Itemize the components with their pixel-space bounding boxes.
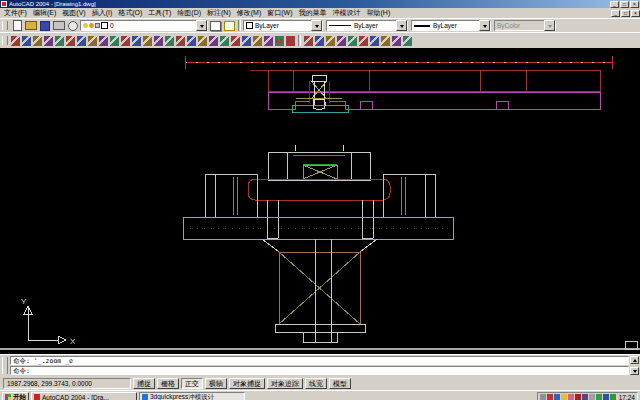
open-button[interactable] [25, 20, 38, 31]
start-button[interactable]: 开始 [2, 392, 29, 400]
minimize-icon[interactable]: _ [610, 1, 619, 8]
die-tool-icon[interactable] [348, 36, 357, 46]
menu-edit[interactable]: 编辑(E) [30, 8, 59, 18]
menu-view[interactable]: 视图(V) [59, 8, 88, 18]
die-tool-icon[interactable] [264, 36, 273, 46]
autocad-app-icon[interactable] [1, 1, 7, 7]
die-tool-icon[interactable] [55, 36, 64, 46]
die-tool-icon[interactable] [403, 36, 412, 46]
save-button[interactable] [39, 20, 52, 31]
layer-dropdown-arrow[interactable] [196, 20, 207, 31]
doc-minimize-icon[interactable]: _ [611, 10, 620, 17]
die-tool-icon[interactable] [176, 36, 185, 46]
grid-toggle[interactable]: 栅格 [157, 378, 179, 389]
paper-a4-button[interactable]: A4 [286, 36, 295, 46]
die-tool-icon[interactable] [187, 36, 196, 46]
tray-icon[interactable] [610, 394, 616, 400]
plot-button[interactable] [53, 20, 66, 31]
layer-combo[interactable]: 0 [80, 20, 208, 31]
menu-format[interactable]: 格式(O) [115, 8, 145, 18]
die-tool-icon[interactable] [88, 36, 97, 46]
tray-icon[interactable] [540, 394, 546, 400]
model-toggle[interactable]: 模型 [329, 378, 351, 389]
tray-icon[interactable] [596, 394, 602, 400]
scroll-up-icon[interactable] [630, 356, 639, 364]
paper-a3-button[interactable]: A3 [275, 36, 284, 46]
linetype-dropdown-arrow[interactable] [396, 20, 407, 31]
tray-icon[interactable] [561, 394, 567, 400]
lineweight-dropdown-arrow[interactable] [479, 20, 490, 31]
die-tool-icon[interactable] [132, 36, 141, 46]
scroll-down-icon[interactable] [630, 367, 639, 375]
menu-tools[interactable]: 工具(T) [145, 8, 174, 18]
menu-help[interactable]: 帮助(H) [364, 8, 394, 18]
menu-die-design[interactable]: 冲模设计 [330, 8, 364, 18]
menu-modify[interactable]: 修改(M) [234, 8, 265, 18]
command-text-area[interactable]: 命令: '_.zoom _e 命令: [10, 356, 629, 375]
die-tool-icon[interactable] [22, 36, 31, 46]
die-tool-icon[interactable] [143, 36, 152, 46]
color-combo[interactable]: ByLayer [243, 20, 323, 31]
tray-icon[interactable] [603, 394, 609, 400]
linetype-combo[interactable]: ByLayer [326, 20, 408, 31]
die-tool-icon[interactable] [326, 36, 335, 46]
tray-icon[interactable] [582, 394, 588, 400]
die-tool-icon[interactable] [337, 36, 346, 46]
tray-icon[interactable] [575, 394, 581, 400]
die-tool-icon[interactable] [165, 36, 174, 46]
menu-draw[interactable]: 绘图(D) [174, 8, 204, 18]
die-tool-icon[interactable] [66, 36, 75, 46]
tray-icon[interactable] [589, 394, 595, 400]
die-tool-icon[interactable] [392, 36, 401, 46]
die-tool-icon[interactable] [110, 36, 119, 46]
toolbar-grip[interactable] [2, 36, 8, 45]
die-tool-icon[interactable] [33, 36, 42, 46]
taskbar-item-quickpress[interactable]: 3dquickpress冲模设计 [139, 392, 245, 400]
menu-window[interactable]: 窗口(W) [264, 8, 295, 18]
die-tool-icon[interactable] [231, 36, 240, 46]
make-layer-current-button[interactable] [223, 20, 236, 31]
polar-toggle[interactable]: 极轴 [205, 378, 227, 389]
restore-icon[interactable]: □ [620, 1, 629, 8]
doc-close-icon[interactable]: × [631, 10, 640, 17]
die-tool-icon[interactable] [304, 36, 313, 46]
die-tool-icon[interactable] [77, 36, 86, 46]
layer-properties-button[interactable] [209, 20, 222, 31]
menu-file[interactable]: 文件(F) [1, 8, 30, 18]
taskbar-item-autocad[interactable]: AutoCAD 2004 - [Dra... [31, 392, 137, 400]
close-icon[interactable]: × [630, 1, 639, 8]
die-tool-icon[interactable] [315, 36, 324, 46]
menu-insert[interactable]: 插入(I) [89, 8, 116, 18]
color-dropdown-arrow[interactable] [311, 20, 322, 31]
new-button[interactable] [11, 20, 24, 31]
die-tool-icon[interactable] [44, 36, 53, 46]
die-tool-icon[interactable] [11, 36, 20, 46]
die-tool-icon[interactable] [242, 36, 251, 46]
tray-icon[interactable] [568, 394, 574, 400]
die-tool-icon[interactable] [253, 36, 262, 46]
command-prompt-line[interactable]: 命令: [10, 366, 629, 375]
menu-mymenu[interactable]: 我的菜单 [296, 8, 330, 18]
die-tool-icon[interactable] [381, 36, 390, 46]
die-tool-icon[interactable] [121, 36, 130, 46]
tray-icon[interactable] [547, 394, 553, 400]
die-tool-icon[interactable] [220, 36, 229, 46]
snap-toggle[interactable]: 捕捉 [133, 378, 155, 389]
command-scrollbar[interactable] [630, 356, 639, 375]
otrack-toggle[interactable]: 对象追踪 [267, 378, 303, 389]
menu-dimension[interactable]: 标注(N) [204, 8, 234, 18]
lineweight-combo[interactable]: ByLayer [411, 20, 491, 31]
die-tool-icon[interactable] [154, 36, 163, 46]
plot-preview-button[interactable] [67, 20, 80, 31]
osnap-toggle[interactable]: 对象捕捉 [229, 378, 265, 389]
doc-restore-icon[interactable]: □ [621, 10, 630, 17]
die-tool-icon[interactable] [209, 36, 218, 46]
die-tool-icon[interactable] [99, 36, 108, 46]
tray-icon[interactable] [554, 394, 560, 400]
die-tool-icon[interactable] [359, 36, 368, 46]
command-window-grip[interactable] [2, 357, 8, 374]
die-tool-icon[interactable] [198, 36, 207, 46]
ortho-toggle[interactable]: 正交 [181, 378, 203, 389]
toolbar-grip[interactable] [2, 21, 8, 30]
lineweight-toggle[interactable]: 线宽 [305, 378, 327, 389]
